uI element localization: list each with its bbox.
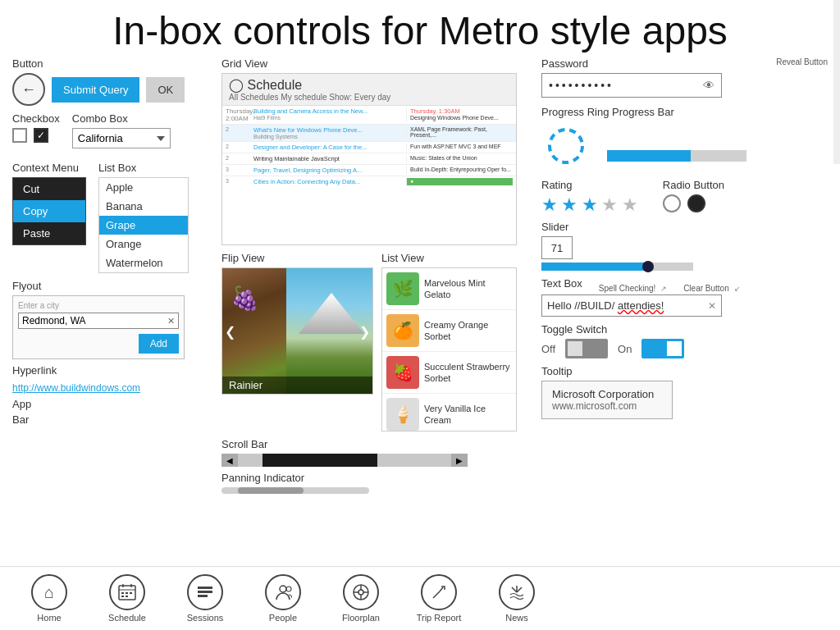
people-icon	[265, 574, 301, 610]
tooltip-box: Microsoft Corporation www.microsoft.com	[541, 381, 673, 419]
lb-apple[interactable]: Apple	[99, 178, 188, 197]
tooltip-label: Tooltip	[541, 365, 828, 377]
scroll-left-arrow[interactable]: ◀	[221, 454, 238, 467]
checkbox-checked[interactable]: ✓	[34, 128, 48, 143]
cm-copy[interactable]: Copy	[13, 200, 85, 222]
checkbox-section: Checkbox ✓	[12, 112, 60, 148]
scroll-thumb[interactable]	[262, 454, 377, 467]
slider-thumb[interactable]	[642, 261, 654, 272]
nav-people[interactable]: People	[246, 571, 320, 626]
toggle-off-knob	[568, 341, 582, 356]
list-item-mint[interactable]: 🌿 Marvelous Mint Gelato	[382, 268, 516, 310]
slider-track	[541, 262, 693, 271]
context-menu-section: Context Menu Cut Copy Paste	[12, 162, 86, 273]
flyout-add-button[interactable]: Add	[139, 334, 179, 354]
flyout-section: Flyout Enter a city ✕ Add	[12, 280, 213, 359]
lb-grape[interactable]: Grape	[99, 216, 188, 235]
lb-orange[interactable]: Orange	[99, 235, 188, 253]
reveal-button-label: Reveal Button	[776, 57, 828, 66]
radio-row	[663, 194, 724, 212]
lv-icon-vanilla: 🍦	[386, 398, 419, 431]
svg-rect-7	[121, 596, 124, 597]
context-listbox-row: Context Menu Cut Copy Paste List Box App…	[12, 162, 213, 273]
hyperlink-link[interactable]: http://www.buildwindows.com	[12, 382, 140, 394]
toggle-off-switch[interactable]	[565, 339, 608, 358]
flip-prev-arrow[interactable]: ❮	[225, 323, 235, 339]
nav-schedule[interactable]: Schedule	[90, 571, 164, 626]
nav-sessions-label: Sessions	[187, 613, 224, 623]
nav-news[interactable]: News	[480, 571, 554, 626]
star-3[interactable]: ★	[582, 194, 598, 215]
password-section: Password Reveal Button •••••••••• 👁	[541, 57, 828, 98]
flip-view-section: Flip View 🍇 ❮ ❯ Rainier	[221, 252, 373, 431]
svg-point-12	[280, 586, 286, 592]
button-label: Button	[12, 57, 213, 70]
tooltip-url: www.microsoft.com	[552, 400, 662, 412]
checkbox-unchecked[interactable]	[12, 128, 27, 143]
context-menu-label: Context Menu	[12, 162, 86, 174]
radio-selected[interactable]	[687, 194, 705, 212]
submit-button[interactable]: Submit Query	[52, 77, 139, 103]
svg-rect-6	[130, 592, 132, 594]
list-view-section: List View 🌿 Marvelous Mint Gelato 🍊 Crea…	[381, 252, 517, 431]
slider-value: 71	[541, 236, 573, 259]
reveal-icon[interactable]: 👁	[703, 79, 714, 92]
nav-floorplan[interactable]: Floorplan	[324, 571, 398, 626]
list-item-orange[interactable]: 🍊 Creamy Orange Sorbet	[382, 310, 516, 352]
textbox-clear-icon[interactable]: ✕	[708, 300, 716, 312]
star-2[interactable]: ★	[561, 194, 578, 215]
rating-label: Rating	[541, 179, 638, 191]
lv-icon-strawberry: 🍓	[386, 356, 419, 389]
hyperlink-label: Hyperlink	[12, 364, 213, 377]
back-button[interactable]: ←	[12, 73, 45, 106]
textbox-section: Text Box Spell Checking! ↗ Clear Button …	[541, 277, 828, 317]
progress-bar-container	[607, 134, 746, 162]
checkbox-row: ✓	[12, 128, 60, 143]
panning-thumb[interactable]	[238, 487, 304, 494]
page-title: In-box controls for Metro style apps	[0, 0, 840, 57]
svg-rect-10	[198, 591, 212, 593]
combobox-select[interactable]: California New York Texas Florida	[72, 128, 171, 148]
nav-sessions[interactable]: Sessions	[168, 571, 242, 626]
textbox-label: Text Box	[541, 277, 582, 290]
floorplan-icon	[343, 574, 379, 610]
slider-section: Slider 71	[541, 221, 828, 271]
nav-tripreport[interactable]: Trip Report	[402, 571, 476, 626]
password-label: Password	[541, 57, 588, 70]
cm-cut[interactable]: Cut	[13, 178, 85, 200]
list-view-box: 🌿 Marvelous Mint Gelato 🍊 Creamy Orange …	[381, 267, 517, 431]
progress-bar-track	[607, 150, 746, 162]
list-box-section: List Box Apple Banana Grape Orange Water…	[98, 162, 189, 273]
radio-unselected[interactable]	[663, 194, 681, 212]
lb-watermelon[interactable]: Watermelon	[99, 253, 188, 272]
scroll-bar-row: ◀ ▶	[221, 454, 468, 467]
news-icon	[499, 574, 535, 610]
list-item-vanilla[interactable]: 🍦 Very Vanilla Ice Cream	[382, 394, 516, 431]
flyout-input[interactable]	[22, 315, 164, 326]
toggle-on-switch[interactable]	[641, 339, 684, 358]
star-1[interactable]: ★	[541, 194, 558, 215]
nav-home-label: Home	[37, 613, 61, 623]
flip-view-label: Flip View	[221, 252, 373, 264]
star-5[interactable]: ★	[622, 194, 638, 215]
lb-banana[interactable]: Banana	[99, 197, 188, 216]
panning-track	[221, 487, 369, 494]
bottom-nav: ⌂ Home Schedule Sess	[0, 566, 840, 630]
star-4[interactable]: ★	[601, 194, 618, 215]
cm-paste[interactable]: Paste	[13, 222, 85, 244]
scroll-right-arrow[interactable]: ▶	[451, 454, 468, 467]
flyout-clear-icon[interactable]: ✕	[167, 316, 175, 326]
list-item-strawberry[interactable]: 🍓 Succulent Strawberry Sorbet	[382, 352, 516, 394]
nav-news-label: News	[505, 613, 528, 623]
appbar-section: App Bar	[12, 398, 213, 426]
gv-title: ◯ Schedule	[229, 77, 509, 93]
grid-view-label: Grid View	[221, 57, 533, 70]
nav-home[interactable]: ⌂ Home	[12, 571, 86, 626]
rating-stars: ★ ★ ★ ★ ★	[541, 194, 638, 216]
buttons-row: ← Submit Query OK	[12, 73, 213, 106]
progress-bar-fill	[607, 150, 691, 162]
ok-button[interactable]: OK	[146, 77, 185, 103]
toggle-label: Toggle Switch	[541, 323, 828, 336]
sessions-icon	[187, 574, 223, 610]
flip-next-arrow[interactable]: ❯	[359, 323, 370, 339]
